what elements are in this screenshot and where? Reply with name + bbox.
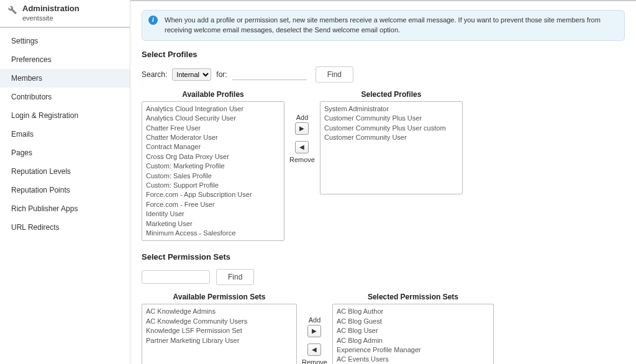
nav-item-url-redirects[interactable]: URL Redirects xyxy=(0,218,130,237)
remove-profile-button[interactable]: ◀ xyxy=(295,141,309,153)
available-profile-item[interactable]: Identity User xyxy=(146,209,280,219)
find-profiles-button[interactable]: Find xyxy=(316,66,353,83)
available-profile-item[interactable]: Chatter Free User xyxy=(146,124,280,133)
add-permset-label: Add xyxy=(309,316,321,324)
nav-item-contributors[interactable]: Contributors xyxy=(0,88,130,106)
profiles-dual-list: Available Profiles Analytics Cloud Integ… xyxy=(142,90,625,241)
nav-item-emails[interactable]: Emails xyxy=(0,125,130,143)
available-permset-item[interactable]: Knowledge LSF Permission Set xyxy=(146,326,293,335)
available-profiles-list[interactable]: Analytics Cloud Integration UserAnalytic… xyxy=(142,101,284,241)
nav-item-rich-publisher-apps[interactable]: Rich Publisher Apps xyxy=(0,199,130,218)
info-box: i When you add a profile or permission s… xyxy=(142,10,625,41)
remove-permset-button[interactable]: ◀ xyxy=(307,344,321,356)
nav: SettingsPreferencesMembersContributorsLo… xyxy=(0,28,130,237)
nav-item-pages[interactable]: Pages xyxy=(0,143,130,162)
available-profiles-header: Available Profiles xyxy=(142,90,284,99)
search-permsets-input[interactable] xyxy=(142,270,210,284)
selected-permset-item[interactable]: AC Blog Guest xyxy=(337,317,489,326)
info-icon: i xyxy=(148,16,158,25)
nav-item-login-registration[interactable]: Login & Registration xyxy=(0,106,130,125)
nav-item-reputation-points[interactable]: Reputation Points xyxy=(0,181,130,199)
permsets-dual-list: Available Permission Sets AC Knowledge A… xyxy=(142,293,625,364)
available-permsets-list[interactable]: AC Knowledge AdminsAC Knowledge Communit… xyxy=(142,304,297,364)
available-profile-item[interactable]: Contract Manager xyxy=(146,142,280,152)
remove-label: Remove xyxy=(289,156,315,163)
profiles-search-row: Search: Internal for: Find xyxy=(142,66,625,83)
selected-profiles-header: Selected Profiles xyxy=(320,90,463,99)
admin-title: Administration xyxy=(22,4,124,13)
wrench-icon xyxy=(6,4,17,15)
search-for-input[interactable] xyxy=(232,68,307,80)
available-profile-item[interactable]: Cross Org Data Proxy User xyxy=(146,152,280,162)
selected-profile-item[interactable]: System Administrator xyxy=(324,104,458,114)
selected-permsets-header: Selected Permission Sets xyxy=(332,293,494,301)
selected-permsets-list[interactable]: AC Blog AuthorAC Blog GuestAC Blog UserA… xyxy=(332,304,494,364)
available-profile-item[interactable]: Chatter Moderator User xyxy=(146,133,280,142)
selected-permset-item[interactable]: AC Events Users xyxy=(337,355,489,364)
search-scope-select[interactable]: Internal xyxy=(172,68,211,81)
main-content: i When you add a profile or permission s… xyxy=(130,0,636,364)
available-profile-item[interactable]: Minimum Access - Salesforce xyxy=(146,229,280,238)
section-title-profiles: Select Profiles xyxy=(142,50,625,59)
sidebar: Administration eventssite SettingsPrefer… xyxy=(0,0,130,364)
nav-item-reputation-levels[interactable]: Reputation Levels xyxy=(0,162,130,181)
available-permset-item[interactable]: AC Knowledge Admins xyxy=(146,307,293,316)
available-profile-item[interactable]: Custom: Sales Profile xyxy=(146,171,280,181)
available-profile-item[interactable]: Custom: Support Profile xyxy=(146,181,280,190)
nav-item-members[interactable]: Members xyxy=(0,69,130,88)
section-title-permsets: Select Permission Sets xyxy=(142,252,625,262)
selected-profile-item[interactable]: Customer Community User xyxy=(324,133,458,142)
selected-profile-item[interactable]: Customer Community Plus User xyxy=(324,114,458,123)
available-permsets-header: Available Permission Sets xyxy=(142,293,297,301)
permsets-transfer-controls: Add ▶ ◀ Remove xyxy=(302,293,327,364)
for-label: for: xyxy=(216,70,227,79)
permsets-search-row: Find xyxy=(142,269,625,285)
available-profile-item[interactable]: Analytics Cloud Integration User xyxy=(146,104,280,114)
find-permsets-button[interactable]: Find xyxy=(216,269,254,285)
nav-item-preferences[interactable]: Preferences xyxy=(0,50,130,69)
add-profile-button[interactable]: ▶ xyxy=(295,122,309,135)
available-permset-item[interactable]: Partner Marketing Library User xyxy=(146,336,293,345)
available-profile-item[interactable]: Analytics Cloud Security User xyxy=(146,114,280,123)
remove-permset-label: Remove xyxy=(302,358,327,364)
search-label: Search: xyxy=(142,70,167,79)
available-profile-item[interactable]: Marketing User xyxy=(146,219,280,229)
selected-permset-item[interactable]: AC Blog Author xyxy=(337,307,489,316)
available-profile-item[interactable]: Force.com - App Subscription User xyxy=(146,190,280,199)
info-text: When you add a profile or permission set… xyxy=(165,16,601,34)
sidebar-header: Administration eventssite xyxy=(0,0,130,28)
admin-subtitle: eventssite xyxy=(22,14,124,22)
available-permset-item[interactable]: AC Knowledge Community Users xyxy=(146,317,293,326)
available-profile-item[interactable]: Force.com - Free User xyxy=(146,200,280,209)
selected-profile-item[interactable]: Customer Community Plus User custom xyxy=(324,124,458,133)
selected-permset-item[interactable]: AC Blog Admin xyxy=(337,336,489,345)
selected-permset-item[interactable]: Experience Profile Manager xyxy=(337,345,489,355)
add-label: Add xyxy=(296,114,309,121)
available-profile-item[interactable]: Custom: Marketing Profile xyxy=(146,162,280,171)
add-permset-button[interactable]: ▶ xyxy=(307,325,321,337)
selected-permset-item[interactable]: AC Blog User xyxy=(337,326,489,335)
profiles-transfer-controls: Add ▶ ◀ Remove xyxy=(289,90,315,163)
selected-profiles-list[interactable]: System AdministratorCustomer Community P… xyxy=(320,101,463,194)
nav-item-settings[interactable]: Settings xyxy=(0,32,130,50)
